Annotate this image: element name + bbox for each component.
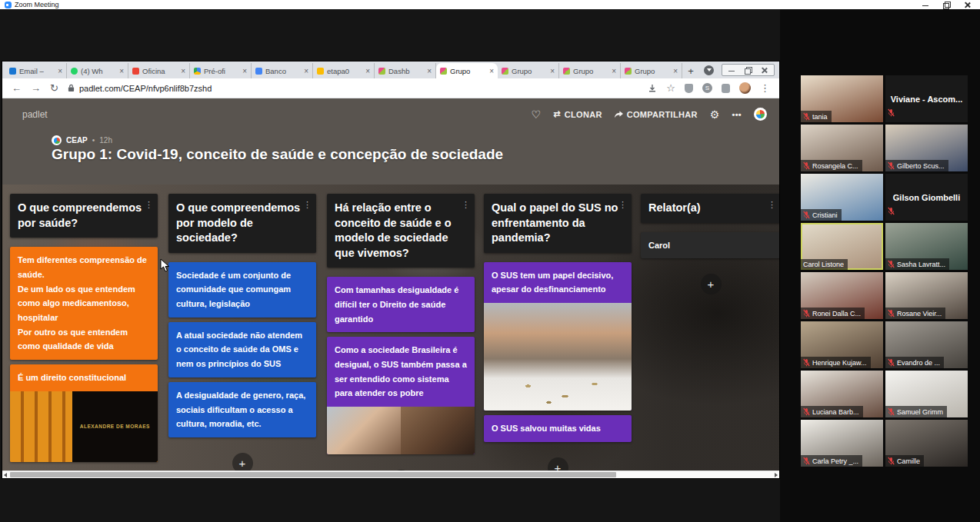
tab-close-icon[interactable]: × <box>427 67 432 75</box>
browser-tab[interactable]: (4) Wh× <box>67 63 128 78</box>
back-icon[interactable]: ← <box>12 83 22 93</box>
tab-close-icon[interactable]: × <box>365 67 370 75</box>
tab-close-icon[interactable]: × <box>242 67 247 75</box>
participant-tile[interactable]: Cristiani <box>801 174 883 221</box>
muted-mic-icon <box>803 309 810 318</box>
browser-tab[interactable]: Banco× <box>252 63 313 78</box>
card-text: Com tamanhas desigualdade é difícil ter … <box>327 277 475 332</box>
browser-menu-icon[interactable]: ⋮ <box>760 83 770 93</box>
padlet-logo[interactable]: padlet <box>22 109 48 120</box>
participant-tile[interactable]: Henrique Kujaw... <box>801 321 883 368</box>
minimize-icon[interactable] <box>922 2 929 8</box>
bookmark-star-icon[interactable]: ☆ <box>666 83 675 93</box>
restore-icon[interactable] <box>943 2 950 8</box>
participant-tile[interactable]: Gilson Giombelli <box>885 174 968 221</box>
download-icon[interactable] <box>648 84 657 93</box>
settings-gear-icon[interactable]: ⚙ <box>710 108 720 121</box>
browser-tab[interactable]: Dashb× <box>375 63 436 78</box>
participant-tile[interactable]: tania <box>801 75 883 122</box>
column-menu-icon[interactable]: ⋮ <box>303 199 312 211</box>
column-menu-icon[interactable]: ⋮ <box>768 199 776 211</box>
tab-close-icon[interactable]: × <box>304 67 308 75</box>
reload-icon[interactable]: ↻ <box>50 83 58 93</box>
compartilhar-button[interactable]: COMPARTILHAR <box>615 110 698 119</box>
participant-tile[interactable]: Evandro de ... <box>885 321 968 368</box>
participant-tile[interactable]: Luciana Barb... <box>801 371 883 417</box>
browser-tab[interactable]: Grupo× <box>559 63 621 78</box>
column-header: Qual o papel do SUS no enfrentamento da … <box>484 194 632 253</box>
padlet-toolbar: ♡ ⇄ CLONAR COMPARTILHAR ⚙ ••• <box>531 108 767 121</box>
column-menu-icon[interactable]: ⋮ <box>462 199 470 211</box>
padlet-profile-avatar[interactable] <box>754 108 767 121</box>
browser-close-icon[interactable] <box>761 67 768 74</box>
column-menu-icon[interactable]: ⋮ <box>618 199 627 211</box>
clonar-button[interactable]: ⇄ CLONAR <box>553 109 602 119</box>
browser-tab[interactable]: Oficina× <box>128 63 190 78</box>
browser-tab[interactable]: Grupo× <box>498 63 559 78</box>
board-column: Há relação entre o conceito de saúde e o… <box>327 194 475 470</box>
close-icon[interactable] <box>964 2 971 8</box>
tab-close-icon[interactable]: × <box>612 67 616 75</box>
board-card[interactable]: O SUS tem um papel decisivo, apesar do d… <box>484 262 632 411</box>
muted-mic-icon <box>803 407 810 416</box>
browser-tab[interactable]: etapa0× <box>313 63 375 78</box>
tab-close-icon[interactable]: × <box>58 67 62 75</box>
participant-tile[interactable]: Carla Petry _... <box>801 420 883 467</box>
url-field[interactable]: padlet.com/CEAP/nfvp6nlif8b7zshd <box>68 81 638 95</box>
board-card[interactable]: Como a sociedade Brasileira é desigual, … <box>327 337 475 454</box>
add-post-button[interactable]: + <box>701 274 722 294</box>
board-card[interactable]: É um direito constitucionalALEXANDRE DE … <box>10 364 158 462</box>
participant-tile[interactable]: Rosane Vieir... <box>885 272 968 319</box>
board-card[interactable]: A desigualdade de genero, raça, sociais … <box>168 382 316 437</box>
participant-tile[interactable]: Carol Listone <box>801 223 883 270</box>
shield-extension-icon[interactable] <box>685 84 693 93</box>
scroll-left-icon[interactable] <box>4 473 7 477</box>
tab-close-icon[interactable]: × <box>673 67 678 75</box>
participant-tile[interactable]: Sasha Lavratt... <box>885 223 968 270</box>
add-post-button[interactable]: + <box>232 453 253 470</box>
board-card[interactable]: Carol <box>641 232 779 259</box>
column-menu-icon[interactable]: ⋮ <box>145 199 153 211</box>
browser-minimize-icon[interactable] <box>728 67 735 74</box>
media-control-icon[interactable] <box>704 65 714 75</box>
tab-close-icon[interactable]: × <box>181 67 185 75</box>
board-card[interactable]: Tem diferentes compreensão de saúde. De … <box>10 247 158 360</box>
scroll-right-icon[interactable] <box>775 473 778 477</box>
forward-icon[interactable]: → <box>31 83 41 93</box>
tab-close-icon[interactable]: × <box>489 67 494 75</box>
browser-profile-avatar[interactable] <box>739 82 751 94</box>
more-options-icon[interactable]: ••• <box>732 110 742 119</box>
participant-tile[interactable]: Viviane - Ascom... <box>885 75 968 122</box>
tab-close-icon[interactable]: × <box>119 67 124 75</box>
participant-tile[interactable]: Gilberto Scus... <box>885 125 968 171</box>
participant-name-label: Sasha Lavratt... <box>885 258 949 270</box>
participant-name-label: Samuel Grimm <box>885 406 947 417</box>
participant-tile[interactable]: Camille <box>885 420 968 467</box>
board-card[interactable]: Sociedade é um conjunto de comunidade qu… <box>168 262 316 318</box>
column-header-text: Qual o papel do SUS no enfrentamento da … <box>492 201 618 244</box>
board-card[interactable]: A atual sociedade não atendem o conceito… <box>168 322 316 377</box>
tab-label: Grupo <box>573 67 608 75</box>
browser-tab[interactable]: Grupo× <box>436 63 498 78</box>
like-heart-icon[interactable]: ♡ <box>531 108 541 121</box>
participant-tile[interactable]: Samuel Grimm <box>885 371 968 417</box>
browser-tab[interactable]: Pré-ofi× <box>190 63 252 78</box>
card-text: Como a sociedade Brasileira é desigual, … <box>327 337 475 407</box>
participant-tile[interactable]: Rosangela C... <box>801 125 883 171</box>
participant-tile[interactable]: Ronei Dalla C... <box>801 272 883 319</box>
tab-close-icon[interactable]: × <box>550 67 555 75</box>
extensions-puzzle-icon[interactable] <box>722 84 730 93</box>
book-title-text: ALEXANDRE DE MORAES <box>80 422 150 431</box>
board-card[interactable]: O SUS salvou muitas vidas <box>484 415 632 442</box>
tab-label: Grupo <box>512 67 547 75</box>
tab-label: Oficina <box>142 67 178 75</box>
skype-extension-icon[interactable]: S <box>702 83 712 93</box>
new-tab-button[interactable]: + <box>682 63 699 78</box>
board-card[interactable]: Com tamanhas desigualdade é difícil ter … <box>327 277 475 332</box>
horizontal-scrollbar[interactable] <box>2 470 779 478</box>
scrollbar-thumb[interactable] <box>10 472 616 477</box>
browser-restore-icon[interactable] <box>745 67 752 74</box>
add-post-button[interactable]: + <box>548 457 568 470</box>
browser-tab[interactable]: Grupo× <box>621 63 682 78</box>
browser-tab[interactable]: Email –× <box>5 63 67 78</box>
